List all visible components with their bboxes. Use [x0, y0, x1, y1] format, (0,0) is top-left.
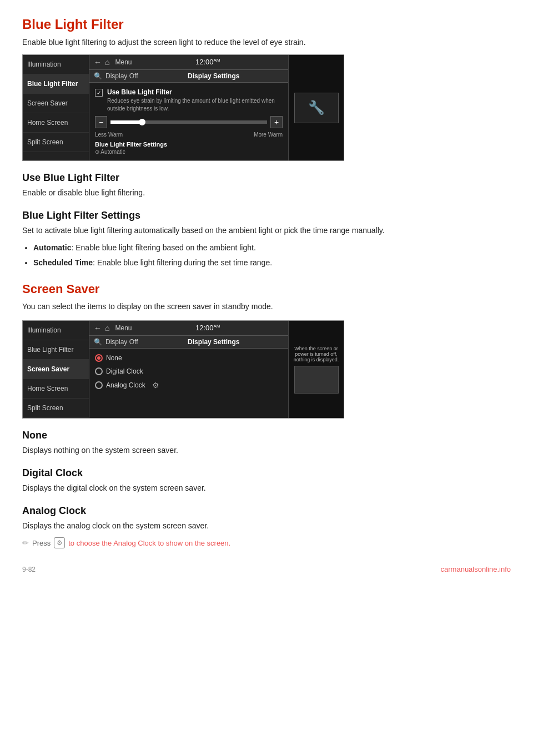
sidebar-item-home-screen[interactable]: Home Screen: [23, 113, 89, 133]
slider-row: − +: [95, 116, 283, 128]
section-use-title: Use Blue Light Filter: [22, 172, 511, 184]
display-settings-title-1: Display Settings: [143, 72, 284, 80]
sidebar-item-illumination[interactable]: Illumination: [23, 55, 89, 74]
sidebar-item-screensaver-2[interactable]: Screen Saver: [23, 360, 89, 379]
use-blf-label: Use Blue Light Filter: [107, 88, 283, 96]
pencil-icon: ✏: [22, 538, 29, 547]
footer-page: 9-82: [22, 566, 36, 573]
back-icon[interactable]: ←: [94, 58, 102, 67]
sidebar-item-splitscreen-2[interactable]: Split Screen: [23, 399, 89, 418]
section-none-title: None: [22, 430, 511, 441]
search-icon-2: 🔍: [94, 338, 102, 346]
sidebar-item-screen-saver[interactable]: Screen Saver: [23, 94, 89, 113]
slider-plus-btn[interactable]: +: [270, 116, 283, 128]
slider-minus-btn[interactable]: −: [95, 116, 107, 128]
home-icon[interactable]: ⌂: [105, 58, 109, 67]
topbar-time-2: 12:00AM: [132, 324, 284, 332]
blf-settings-label: Blue Light Filter Settings: [95, 141, 283, 148]
content-2: None Digital Clock Analog Clock ⚙: [89, 349, 288, 401]
sidebar-item-blue-light-2[interactable]: Blue Light Filter: [23, 340, 89, 360]
desc-blue-light: Enable blue light filtering to adjust th…: [22, 38, 511, 47]
topbar-2: ← ⌂ Menu 12:00AM: [89, 321, 288, 336]
display-off-label-1: Display Off: [105, 72, 138, 80]
sidebar-item-illumination-2[interactable]: Illumination: [23, 321, 89, 340]
topbar-1: ← ⌂ Menu 12:00AM: [89, 55, 288, 70]
note-press-text: Press: [32, 539, 51, 547]
section-none-desc: Displays nothing on the system screen sa…: [22, 445, 511, 456]
display-off-label-2: Display Off: [105, 338, 138, 346]
use-blf-sublabel: Reduces eye strain by limiting the amoun…: [107, 97, 283, 113]
note-gear-icon: ⚙: [54, 537, 65, 548]
content-1: ✓ Use Blue Light Filter Reduces eye stra…: [89, 83, 288, 160]
sidebar-item-homescreen-2[interactable]: Home Screen: [23, 379, 89, 399]
section-settings-desc: Set to activate blue light filtering aut…: [22, 225, 511, 236]
side-note-panel: When the screen or power is turned off, …: [288, 321, 344, 418]
menu-label-2[interactable]: Menu: [115, 324, 132, 332]
preview-panel-1: 🔧: [288, 55, 344, 160]
use-blf-checkbox[interactable]: ✓: [95, 89, 103, 97]
section-settings-title: Blue Light Filter Settings: [22, 210, 511, 221]
radio-analog[interactable]: Analog Clock ⚙: [95, 381, 283, 390]
preview-screen-1: 🔧: [294, 93, 339, 123]
side-note-text: When the screen or power is turned off, …: [293, 346, 339, 362]
section-analog-title: Analog Clock: [22, 505, 511, 517]
section-use-desc: Enable or disable blue light filtering.: [22, 187, 511, 199]
home-icon-2[interactable]: ⌂: [105, 324, 109, 332]
blf-auto-label: ⊙ Automatic: [95, 149, 283, 155]
radio-none[interactable]: None: [95, 354, 283, 362]
preview-screen-2: [294, 366, 339, 394]
slider-label-more: More Warm: [254, 132, 283, 138]
ui-screenshot-1: Illumination Blue Light Filter Screen Sa…: [22, 54, 344, 161]
sidebar-item-split-screen[interactable]: Split Screen: [23, 133, 89, 152]
page-title-blue-light: Blue Light Filter: [22, 17, 511, 32]
bullet-automatic: Automatic: Enable blue light filtering b…: [33, 242, 511, 254]
search-icon-1: 🔍: [94, 72, 102, 80]
statusbar-2: 🔍 Display Off Display Settings: [89, 336, 288, 349]
section-digital-title: Digital Clock: [22, 467, 511, 479]
display-settings-title-2: Display Settings: [143, 338, 284, 346]
statusbar-1: 🔍 Display Off Display Settings: [89, 70, 288, 83]
main-panel-1: ← ⌂ Menu 12:00AM 🔍 Display Off Display S…: [89, 55, 288, 160]
wrench-icon: 🔧: [308, 100, 325, 115]
sidebar-1: Illumination Blue Light Filter Screen Sa…: [23, 55, 89, 160]
section-screensaver-title: Screen Saver: [22, 282, 511, 296]
section-analog-desc: Displays the analog clock on the system …: [22, 520, 511, 532]
section-screensaver-desc: You can select the items to display on t…: [22, 301, 511, 313]
section-digital-desc: Displays the digital clock on the system…: [22, 482, 511, 494]
bullet-scheduled: Scheduled Time: Enable blue light filter…: [33, 257, 511, 269]
slider-track[interactable]: [110, 120, 267, 124]
sidebar-2: Illumination Blue Light Filter Screen Sa…: [23, 321, 89, 418]
note-line: ✏ Press ⚙ to choose the Analog Clock to …: [22, 537, 511, 548]
sidebar-item-blue-light-filter[interactable]: Blue Light Filter: [23, 74, 89, 94]
gear-icon-analog[interactable]: ⚙: [152, 381, 159, 390]
radio-digital[interactable]: Digital Clock: [95, 367, 283, 375]
footer: 9-82 carmanualsonline.info: [22, 565, 511, 573]
back-icon-2[interactable]: ←: [94, 324, 102, 332]
menu-label[interactable]: Menu: [115, 58, 132, 66]
main-panel-2: ← ⌂ Menu 12:00AM 🔍 Display Off Display S…: [89, 321, 288, 418]
bullet-list: Automatic: Enable blue light filtering b…: [33, 242, 511, 269]
note-suffix-text: to choose the Analog Clock to show on th…: [68, 539, 230, 547]
footer-logo: carmanualsonline.info: [441, 565, 511, 573]
slider-label-less: Less Warm: [95, 132, 123, 138]
ui-screenshot-2: Illumination Blue Light Filter Screen Sa…: [22, 320, 344, 419]
topbar-time: 12:00AM: [132, 58, 284, 66]
